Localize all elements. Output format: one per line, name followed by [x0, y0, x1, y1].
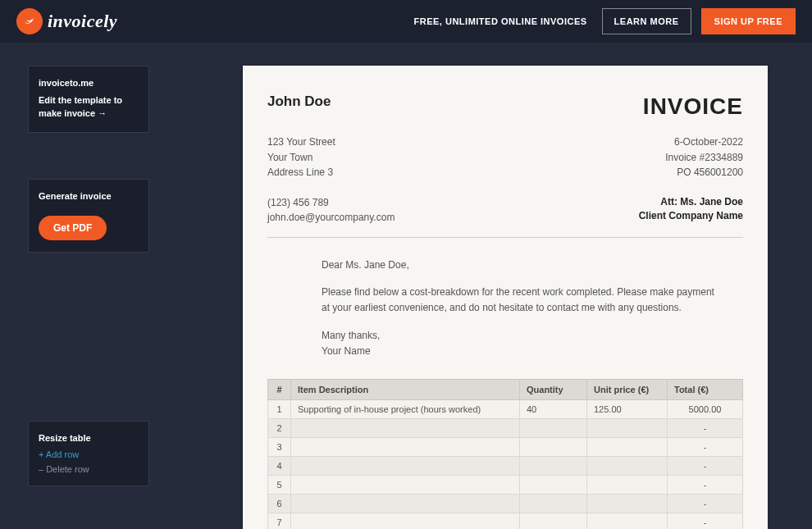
cell-total[interactable]: - [668, 513, 743, 529]
table-row[interactable]: 1Supporting of in-house project (hours w… [268, 399, 743, 418]
phone: (123) 456 789 [267, 195, 395, 211]
sender-contact[interactable]: (123) 456 789 john.doe@yourcompany.com [267, 195, 395, 226]
col-number: # [268, 379, 291, 399]
delete-row-link[interactable]: – Delete row [39, 464, 139, 474]
cell-description[interactable] [291, 475, 520, 494]
invoice-number: Invoice #2334889 [665, 150, 743, 166]
topbar: invoicely FREE, UNLIMITED ONLINE INVOICE… [0, 0, 812, 43]
card-resize: Resize table + Add row – Delete row [28, 421, 149, 486]
cell-description[interactable] [291, 437, 520, 456]
cell-quantity[interactable] [520, 456, 587, 475]
cell-price[interactable]: 125.00 [587, 399, 668, 418]
cell-total[interactable]: 5000.00 [668, 399, 743, 418]
promo-text: FREE, UNLIMITED ONLINE INVOICES [414, 16, 587, 26]
cell-quantity[interactable] [520, 437, 587, 456]
po-number: PO 456001200 [665, 165, 743, 180]
cell-price[interactable] [587, 456, 668, 475]
table-row[interactable]: 5- [268, 475, 743, 494]
table-row[interactable]: 2- [268, 418, 743, 437]
col-price: Unit price (€) [587, 379, 668, 399]
cell-price[interactable] [587, 513, 668, 529]
invoice-meta[interactable]: 6-October-2022 Invoice #2334889 PO 45600… [665, 135, 743, 180]
email: john.doe@yourcompany.com [267, 210, 395, 226]
cell-description[interactable] [291, 494, 520, 513]
line-items-table[interactable]: # Item Description Quantity Unit price (… [267, 379, 743, 529]
table-row[interactable]: 7- [268, 513, 743, 529]
brand-name: invoicely [48, 11, 117, 32]
cell-description[interactable] [291, 513, 520, 529]
cell-number[interactable]: 1 [268, 399, 291, 418]
get-pdf-button[interactable]: Get PDF [39, 216, 107, 240]
brand[interactable]: invoicely [16, 8, 117, 34]
sender-name[interactable]: John Doe [267, 93, 331, 110]
col-quantity: Quantity [520, 379, 587, 399]
card-edit-template: invoiceto.me Edit the template to make i… [28, 66, 149, 133]
learn-more-button[interactable]: LEARN MORE [602, 8, 691, 34]
cell-quantity[interactable]: 40 [520, 399, 587, 418]
cell-quantity[interactable] [520, 418, 587, 437]
cell-price[interactable] [587, 437, 668, 456]
card-generate: Generate invoice Get PDF [28, 179, 149, 253]
resize-heading: Resize table [39, 433, 139, 443]
invoice-document: John Doe INVOICE 123 Your Street Your To… [243, 66, 768, 529]
cell-price[interactable] [587, 418, 668, 437]
cell-description[interactable] [291, 418, 520, 437]
edit-template-text[interactable]: Edit the template to make invoice → [39, 94, 139, 121]
cell-number[interactable]: 4 [268, 456, 291, 475]
cell-total[interactable]: - [668, 437, 743, 456]
addr-line: Your Town [267, 150, 335, 166]
cell-number[interactable]: 2 [268, 418, 291, 437]
sender-address[interactable]: 123 Your Street Your Town Address Line 3 [267, 135, 335, 180]
cell-quantity[interactable] [520, 494, 587, 513]
cell-description[interactable]: Supporting of in-house project (hours wo… [291, 399, 520, 418]
letter-body[interactable]: Dear Ms. Jane Doe, Please find below a c… [322, 258, 715, 359]
cell-total[interactable]: - [668, 456, 743, 475]
cell-total[interactable]: - [668, 475, 743, 494]
cell-price[interactable] [587, 475, 668, 494]
greeting: Dear Ms. Jane Doe, [322, 258, 715, 273]
client-block[interactable]: Att: Ms. Jane Doe Client Company Name [639, 195, 743, 226]
addr-line: 123 Your Street [267, 135, 335, 150]
sidebar: invoiceto.me Edit the template to make i… [28, 66, 149, 529]
cell-quantity[interactable] [520, 513, 587, 529]
cell-number[interactable]: 7 [268, 513, 291, 529]
table-row[interactable]: 6- [268, 494, 743, 513]
table-row[interactable]: 3- [268, 437, 743, 456]
cell-total[interactable]: - [668, 418, 743, 437]
client-attention: Att: Ms. Jane Doe [639, 195, 743, 209]
letter-text: Please find below a cost-breakdown for t… [322, 285, 715, 316]
addr-line: Address Line 3 [267, 165, 335, 180]
cell-price[interactable] [587, 494, 668, 513]
swift-icon [16, 8, 43, 34]
sign-up-button[interactable]: SIGN UP FREE [701, 8, 796, 34]
doc-title: INVOICE [643, 93, 743, 120]
client-company: Client Company Name [639, 209, 743, 223]
main: invoiceto.me Edit the template to make i… [0, 43, 812, 529]
cell-number[interactable]: 3 [268, 437, 291, 456]
generate-heading: Generate invoice [39, 191, 139, 201]
cell-quantity[interactable] [520, 475, 587, 494]
document-wrap: John Doe INVOICE 123 Your Street Your To… [149, 66, 812, 529]
col-total: Total (€) [668, 379, 743, 399]
cell-total[interactable]: - [668, 494, 743, 513]
invoice-date: 6-October-2022 [665, 135, 743, 150]
add-row-link[interactable]: + Add row [39, 449, 139, 459]
cell-number[interactable]: 5 [268, 475, 291, 494]
table-row[interactable]: 4- [268, 456, 743, 475]
closing: Many thanks, Your Name [322, 328, 715, 359]
col-description: Item Description [291, 379, 520, 399]
cell-number[interactable]: 6 [268, 494, 291, 513]
site-name: invoiceto.me [39, 78, 139, 88]
cell-description[interactable] [291, 456, 520, 475]
